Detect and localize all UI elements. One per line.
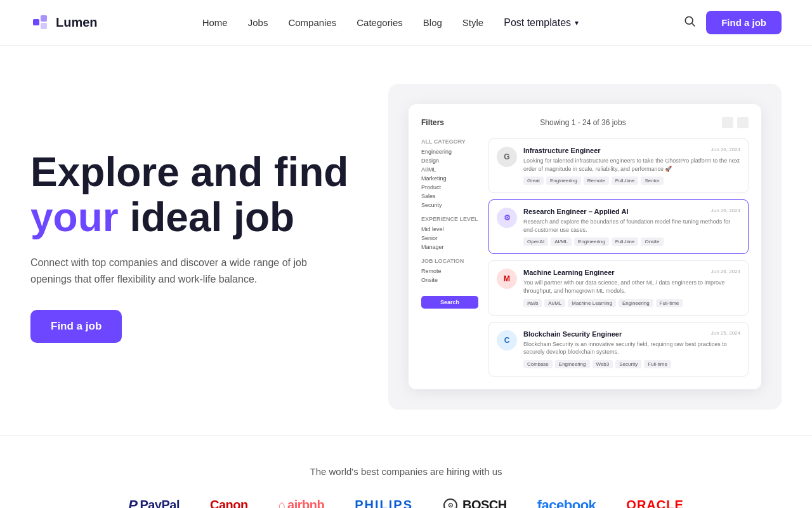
nav-post-templates[interactable]: Post templates ▾ [504,17,579,29]
nav-home[interactable]: Home [202,17,228,28]
job-card-applied-ai[interactable]: ⚙ Research Engineer – Applied AI Researc… [488,199,749,254]
job-desc-infrastructure: Looking for talented infrastructure engi… [523,157,740,173]
job-tag: Onsite [641,237,663,246]
companies-title: The world's best companies are hiring wi… [30,466,782,477]
job-info-applied-ai: Research Engineer – Applied AI Research … [523,208,740,246]
job-card-infrastructure[interactable]: G Infrastructure Engineer Looking for ta… [488,138,749,193]
job-info-blockchain: Blockchain Security Engineer Blockchain … [523,330,740,368]
job-tag: Engineering [619,299,653,307]
mockup-job-list: G Infrastructure Engineer Looking for ta… [488,138,749,377]
job-tag: #ai/b [523,299,542,307]
sidebar-experience-section: Experience level Mid level Senior Manage… [421,216,478,250]
job-tag: Security [615,360,641,368]
airbnb-icon: ⌂ [278,498,285,508]
company-oracle: ORACLE [626,498,683,508]
job-card-ml-engineer[interactable]: M Machine Learning Engineer You will par… [488,260,749,315]
paypal-p-icon: P [128,497,137,508]
mockup-search-button[interactable]: Search [421,296,478,309]
job-tag: Full-time [612,237,639,246]
hero-title-rest: ideal job [119,194,294,240]
company-paypal: P PayPal [128,497,180,508]
sidebar-item-design[interactable]: Design [421,157,478,164]
sidebar-exp-manager[interactable]: Manager [421,244,478,250]
job-tags-applied-ai: OpenAI AI/ML Engineering Full-time Onsit… [523,237,740,246]
mockup-wrapper: Filters Showing 1 - 24 of 36 jobs All ca… [388,84,782,410]
sidebar-exp-senior[interactable]: Senior [421,235,478,241]
company-facebook: facebook [537,497,596,508]
nav-blog[interactable]: Blog [423,17,442,28]
job-title-applied-ai: Research Engineer – Applied AI [523,208,740,215]
sidebar-category-title: All category [421,138,478,145]
logo[interactable]: Lumen [30,13,98,33]
sidebar-item-aiml[interactable]: AI/ML [421,166,478,173]
job-tag: AI/ML [544,299,565,307]
mockup-body: All category Engineering Design AI/ML Ma… [421,138,749,377]
hero-find-job-button[interactable]: Find a job [30,310,122,343]
job-date-applied-ai: Jun 26, 2024 [711,208,740,213]
hero-illustration: Filters Showing 1 - 24 of 36 jobs All ca… [386,84,782,410]
nav-categories[interactable]: Categories [357,17,403,28]
job-tag: Full-time [612,177,639,185]
grid-icon[interactable] [722,117,733,128]
sidebar-loc-remote[interactable]: Remote [421,268,478,274]
job-desc-ml-engineer: You will partner with our data science, … [523,279,740,295]
job-tag: Web3 [593,360,613,368]
sidebar-item-marketing[interactable]: Marketing [421,175,478,182]
hero-content: Explore and find your ideal job Connect … [30,150,360,343]
sidebar-experience-title: Experience level [421,216,478,222]
job-card-blockchain[interactable]: C Blockchain Security Engineer Blockchai… [488,322,749,377]
job-logo-applied-ai: ⚙ [497,208,517,228]
job-logo-ml-engineer: M [497,269,517,289]
nav-links: Home Jobs Companies Categories Blog Styl… [202,17,579,29]
job-tags-infrastructure: Great Engineering Remote Full-time Senio… [523,177,740,185]
sidebar-item-engineering[interactable]: Engineering [421,149,478,155]
job-info-infrastructure: Infrastructure Engineer Looking for tale… [523,147,740,185]
job-tag: Machine Learning [568,299,616,307]
mockup-sidebar: All category Engineering Design AI/ML Ma… [421,138,478,377]
sidebar-location-title: Job location [421,258,478,264]
company-canon: Canon [210,498,248,508]
company-bosch: ⊙ BOSCH [443,498,507,508]
job-tag: Engineering [555,360,590,368]
nav-style[interactable]: Style [462,17,483,28]
nav-companies[interactable]: Companies [288,17,336,28]
navbar: Lumen Home Jobs Companies Categories Blo… [0,0,812,46]
companies-section: The world's best companies are hiring wi… [0,435,812,508]
job-tags-blockchain: Coinbase Engineering Web3 Security Full-… [523,360,740,368]
sidebar-exp-midlevel[interactable]: Mid level [421,226,478,232]
mockup-filters-label: Filters [421,118,444,127]
companies-logos: P PayPal Canon ⌂ airbnb PHILIPS ⊙ BOSCH … [30,497,782,508]
mockup-card: Filters Showing 1 - 24 of 36 jobs All ca… [409,104,761,389]
search-icon[interactable] [683,15,696,30]
svg-rect-1 [41,15,47,22]
job-date-infrastructure: Jun 26, 2024 [711,147,740,152]
hero-section: Explore and find your ideal job Connect … [0,46,812,435]
job-date-ml-engineer: Jun 26, 2024 [711,269,740,274]
svg-rect-0 [33,19,39,25]
svg-line-4 [692,23,695,27]
job-tag: Full-time [644,360,671,368]
job-tag: AI/ML [551,237,572,246]
list-icon[interactable] [737,117,749,128]
company-airbnb: ⌂ airbnb [278,498,325,508]
job-tag: Full-time [656,299,683,307]
hero-highlight: your [30,194,119,240]
job-title-ml-engineer: Machine Learning Engineer [523,269,740,276]
hero-subtitle: Connect with top companies and discover … [30,255,310,287]
sidebar-category-section: All category Engineering Design AI/ML Ma… [421,138,478,208]
job-title-infrastructure: Infrastructure Engineer [523,147,740,154]
nav-find-job-button[interactable]: Find a job [706,11,782,34]
hero-title: Explore and find your ideal job [30,150,360,239]
sidebar-item-security[interactable]: Security [421,202,478,208]
sidebar-item-product[interactable]: Product [421,184,478,190]
job-desc-blockchain: Blockchain Security is an innovative sec… [523,340,740,356]
nav-jobs[interactable]: Jobs [248,17,268,28]
job-date-blockchain: Jun 25, 2024 [711,330,740,336]
nav-right: Find a job [683,11,782,34]
sidebar-item-sales[interactable]: Sales [421,193,478,199]
brand-name: Lumen [56,15,98,30]
job-tag: Engineering [574,237,609,246]
job-tag: Senior [641,177,663,185]
sidebar-loc-onsite[interactable]: Onsite [421,277,478,283]
job-tag: Coinbase [523,360,553,368]
